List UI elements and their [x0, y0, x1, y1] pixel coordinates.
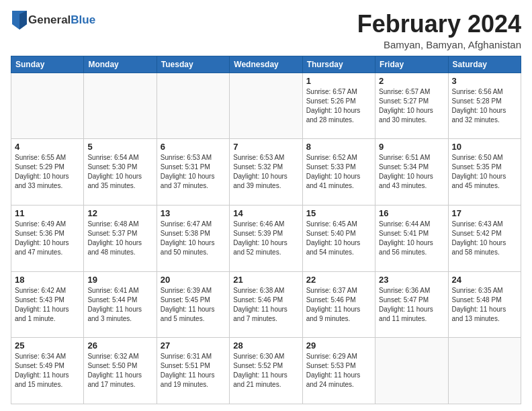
page: GeneralBlue February 2024 Bamyan, Bamyan… [0, 0, 532, 411]
calendar-cell [157, 73, 229, 139]
day-info: Sunrise: 6:52 AM Sunset: 5:33 PM Dayligh… [306, 153, 371, 191]
day-number: 15 [306, 208, 371, 218]
day-number: 17 [452, 208, 517, 218]
day-info: Sunrise: 6:49 AM Sunset: 5:36 PM Dayligh… [15, 220, 80, 257]
day-number: 2 [379, 76, 444, 86]
calendar-cell: 23Sunrise: 6:36 AM Sunset: 5:47 PM Dayli… [375, 271, 448, 338]
day-header-sunday: Sunday [11, 56, 84, 73]
day-number: 13 [161, 208, 226, 218]
calendar-cell: 7Sunrise: 6:53 AM Sunset: 5:32 PM Daylig… [230, 139, 302, 205]
day-number: 24 [452, 275, 517, 285]
day-info: Sunrise: 6:43 AM Sunset: 5:42 PM Dayligh… [452, 220, 517, 257]
month-title: February 2024 [357, 11, 521, 38]
calendar-cell: 14Sunrise: 6:46 AM Sunset: 5:39 PM Dayli… [230, 205, 302, 271]
day-info: Sunrise: 6:41 AM Sunset: 5:44 PM Dayligh… [87, 286, 152, 324]
logo-icon [12, 11, 27, 30]
day-number: 1 [306, 76, 371, 86]
calendar-cell: 2Sunrise: 6:57 AM Sunset: 5:27 PM Daylig… [375, 73, 448, 139]
day-info: Sunrise: 6:42 AM Sunset: 5:43 PM Dayligh… [15, 286, 80, 324]
calendar-cell [230, 73, 302, 139]
header-row: SundayMondayTuesdayWednesdayThursdayFrid… [11, 56, 521, 73]
day-info: Sunrise: 6:54 AM Sunset: 5:30 PM Dayligh… [87, 153, 152, 191]
day-info: Sunrise: 6:44 AM Sunset: 5:41 PM Dayligh… [379, 220, 444, 257]
calendar-cell: 8Sunrise: 6:52 AM Sunset: 5:33 PM Daylig… [302, 139, 375, 205]
week-row: 11Sunrise: 6:49 AM Sunset: 5:36 PM Dayli… [11, 205, 521, 271]
calendar-cell: 1Sunrise: 6:57 AM Sunset: 5:26 PM Daylig… [302, 73, 375, 139]
calendar-table: SundayMondayTuesdayWednesdayThursdayFrid… [11, 56, 521, 404]
calendar-cell: 17Sunrise: 6:43 AM Sunset: 5:42 PM Dayli… [448, 205, 521, 271]
calendar-cell [375, 338, 448, 404]
day-header-thursday: Thursday [302, 56, 375, 73]
day-info: Sunrise: 6:39 AM Sunset: 5:45 PM Dayligh… [161, 286, 226, 324]
calendar-cell: 3Sunrise: 6:56 AM Sunset: 5:28 PM Daylig… [448, 73, 521, 139]
logo-blue: Blue [71, 13, 95, 26]
day-number: 5 [87, 142, 152, 152]
day-info: Sunrise: 6:51 AM Sunset: 5:34 PM Dayligh… [379, 153, 444, 191]
location-title: Bamyan, Bamyan, Afghanistan [357, 39, 521, 50]
day-header-friday: Friday [375, 56, 448, 73]
calendar-cell: 25Sunrise: 6:34 AM Sunset: 5:49 PM Dayli… [11, 338, 84, 404]
calendar-cell: 29Sunrise: 6:29 AM Sunset: 5:53 PM Dayli… [302, 338, 375, 404]
day-info: Sunrise: 6:53 AM Sunset: 5:32 PM Dayligh… [233, 153, 298, 191]
calendar-cell: 26Sunrise: 6:32 AM Sunset: 5:50 PM Dayli… [84, 338, 157, 404]
day-info: Sunrise: 6:55 AM Sunset: 5:29 PM Dayligh… [15, 153, 80, 191]
day-info: Sunrise: 6:32 AM Sunset: 5:50 PM Dayligh… [87, 352, 152, 390]
logo-general: General [28, 13, 71, 26]
day-info: Sunrise: 6:31 AM Sunset: 5:51 PM Dayligh… [161, 352, 226, 390]
calendar-cell: 19Sunrise: 6:41 AM Sunset: 5:44 PM Dayli… [84, 271, 157, 338]
week-row: 25Sunrise: 6:34 AM Sunset: 5:49 PM Dayli… [11, 338, 521, 404]
logo-text: GeneralBlue [28, 13, 95, 27]
header: GeneralBlue February 2024 Bamyan, Bamyan… [11, 11, 521, 50]
day-info: Sunrise: 6:56 AM Sunset: 5:28 PM Dayligh… [452, 87, 517, 125]
day-number: 10 [452, 142, 517, 152]
calendar-cell [11, 73, 84, 139]
calendar-cell: 11Sunrise: 6:49 AM Sunset: 5:36 PM Dayli… [11, 205, 84, 271]
day-number: 19 [87, 275, 152, 285]
day-number: 28 [233, 340, 298, 351]
day-number: 23 [379, 275, 444, 285]
day-info: Sunrise: 6:35 AM Sunset: 5:48 PM Dayligh… [452, 286, 517, 324]
day-number: 16 [379, 208, 444, 218]
day-header-tuesday: Tuesday [157, 56, 229, 73]
calendar-cell: 24Sunrise: 6:35 AM Sunset: 5:48 PM Dayli… [448, 271, 521, 338]
day-number: 7 [233, 142, 298, 152]
day-number: 9 [379, 142, 444, 152]
calendar-cell: 20Sunrise: 6:39 AM Sunset: 5:45 PM Dayli… [157, 271, 229, 338]
day-info: Sunrise: 6:57 AM Sunset: 5:27 PM Dayligh… [379, 87, 444, 125]
calendar-cell: 21Sunrise: 6:38 AM Sunset: 5:46 PM Dayli… [230, 271, 302, 338]
day-number: 3 [452, 76, 517, 86]
day-info: Sunrise: 6:46 AM Sunset: 5:39 PM Dayligh… [233, 220, 298, 257]
day-number: 14 [233, 208, 298, 218]
day-number: 12 [87, 208, 152, 218]
day-info: Sunrise: 6:29 AM Sunset: 5:53 PM Dayligh… [306, 352, 371, 390]
calendar-cell: 9Sunrise: 6:51 AM Sunset: 5:34 PM Daylig… [375, 139, 448, 205]
calendar-cell: 5Sunrise: 6:54 AM Sunset: 5:30 PM Daylig… [84, 139, 157, 205]
calendar-cell: 22Sunrise: 6:37 AM Sunset: 5:46 PM Dayli… [302, 271, 375, 338]
day-number: 20 [161, 275, 226, 285]
day-number: 18 [15, 275, 80, 285]
day-number: 29 [306, 340, 371, 351]
calendar-cell [84, 73, 157, 139]
week-row: 4Sunrise: 6:55 AM Sunset: 5:29 PM Daylig… [11, 139, 521, 205]
day-info: Sunrise: 6:57 AM Sunset: 5:26 PM Dayligh… [306, 87, 371, 125]
calendar-cell: 15Sunrise: 6:45 AM Sunset: 5:40 PM Dayli… [302, 205, 375, 271]
logo: GeneralBlue [11, 11, 95, 30]
day-number: 8 [306, 142, 371, 152]
day-info: Sunrise: 6:34 AM Sunset: 5:49 PM Dayligh… [15, 352, 80, 390]
calendar-cell: 16Sunrise: 6:44 AM Sunset: 5:41 PM Dayli… [375, 205, 448, 271]
day-number: 4 [15, 142, 80, 152]
day-number: 21 [233, 275, 298, 285]
calendar-cell: 6Sunrise: 6:53 AM Sunset: 5:31 PM Daylig… [157, 139, 229, 205]
calendar-cell: 27Sunrise: 6:31 AM Sunset: 5:51 PM Dayli… [157, 338, 229, 404]
calendar-cell [448, 338, 521, 404]
day-info: Sunrise: 6:38 AM Sunset: 5:46 PM Dayligh… [233, 286, 298, 324]
day-number: 22 [306, 275, 371, 285]
week-row: 1Sunrise: 6:57 AM Sunset: 5:26 PM Daylig… [11, 73, 521, 139]
day-number: 11 [15, 208, 80, 218]
title-block: February 2024 Bamyan, Bamyan, Afghanista… [357, 11, 521, 50]
day-info: Sunrise: 6:36 AM Sunset: 5:47 PM Dayligh… [379, 286, 444, 324]
day-header-wednesday: Wednesday [230, 56, 302, 73]
calendar-cell: 28Sunrise: 6:30 AM Sunset: 5:52 PM Dayli… [230, 338, 302, 404]
day-number: 25 [15, 340, 80, 351]
calendar-cell: 13Sunrise: 6:47 AM Sunset: 5:38 PM Dayli… [157, 205, 229, 271]
